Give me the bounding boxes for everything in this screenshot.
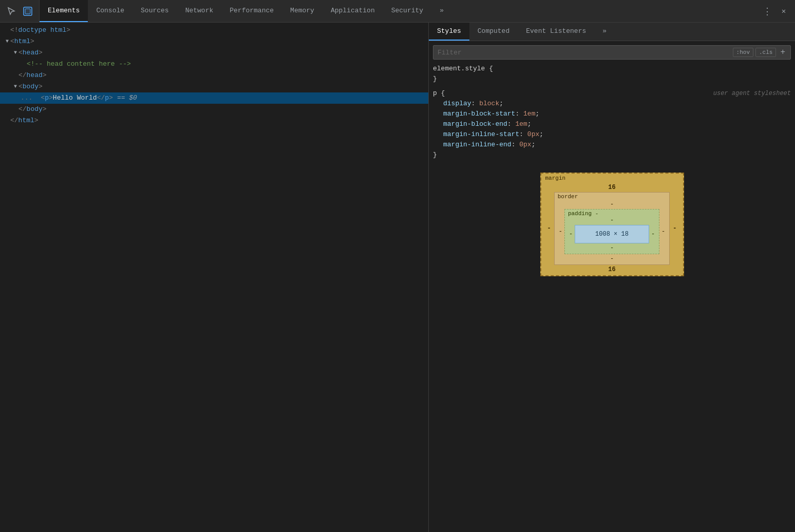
dom-line-html-open[interactable]: ▼ <html> xyxy=(0,36,428,47)
box-model-content: 1008 × 18 xyxy=(575,225,649,243)
main-tabs: Elements Console Sources Network Perform… xyxy=(40,0,756,22)
box-model: margin 16 - border - xyxy=(540,173,684,291)
tab-event-listeners[interactable]: Event Listeners xyxy=(518,23,594,41)
triangle-spacer-p xyxy=(34,93,41,103)
css-prop-margin-inline-end[interactable]: margin-inline-end: 0px; xyxy=(433,140,791,150)
svg-rect-1 xyxy=(25,9,30,14)
devtools-toolbar: Elements Console Sources Network Perform… xyxy=(0,0,795,23)
margin-top-value: 16 xyxy=(544,184,680,191)
border-bottom-value: - xyxy=(557,255,668,262)
triangle-spacer xyxy=(4,25,10,35)
inspect-icon[interactable] xyxy=(21,4,35,18)
tab-right-more[interactable]: » xyxy=(594,23,615,41)
add-style-button[interactable]: + xyxy=(778,48,787,57)
box-model-margin: margin 16 - border - xyxy=(540,173,684,276)
css-prop-margin-block-end[interactable]: margin-block-end: 1em; xyxy=(433,119,791,129)
triangle-body: ▼ xyxy=(12,82,18,92)
css-rule-p: p { user agent stylesheet display: block… xyxy=(433,88,791,160)
padding-bottom-value: - xyxy=(567,244,657,252)
css-selector-element: element.style { xyxy=(433,64,791,74)
content-dimensions: 1008 × 18 xyxy=(595,231,629,238)
dom-line-head-close[interactable]: </head> xyxy=(0,70,428,81)
tab-sources[interactable]: Sources xyxy=(132,0,177,22)
tab-elements[interactable]: Elements xyxy=(40,0,88,22)
hov-button[interactable]: :hov xyxy=(733,48,753,57)
right-panel: Styles Computed Event Listeners » :hov .… xyxy=(429,23,795,532)
margin-label: margin xyxy=(545,175,566,181)
tab-console[interactable]: Console xyxy=(88,0,132,22)
padding-right-value: - xyxy=(649,231,657,238)
filter-input[interactable] xyxy=(433,49,733,56)
css-rule-element-style: element.style { } xyxy=(433,64,791,84)
dom-line-comment[interactable]: <!-- head content here --> xyxy=(0,59,428,70)
padding-sides: - 1008 × 18 - xyxy=(567,225,657,243)
css-prop-margin-inline-start[interactable]: margin-inline-start: 0px; xyxy=(433,129,791,140)
dom-line-p-selected[interactable]: ... <p>Hello World</p> == $0 xyxy=(0,92,428,104)
cursor-icon[interactable] xyxy=(4,4,18,18)
box-model-border: border - - padding - - xyxy=(554,192,670,265)
dom-line-html-close[interactable]: </html> xyxy=(0,115,428,126)
margin-left-value: - xyxy=(544,192,554,265)
border-top-value: - xyxy=(557,201,668,208)
css-rule-p-close: } xyxy=(433,150,791,160)
dom-line-body-open[interactable]: ▼ <body> xyxy=(0,81,428,92)
box-model-container: margin 16 - border - xyxy=(433,164,791,299)
border-right-value: - xyxy=(659,209,667,254)
css-prop-display[interactable]: display: block; xyxy=(433,99,791,109)
triangle-head: ▼ xyxy=(12,48,18,58)
tab-application[interactable]: Application xyxy=(323,0,383,22)
close-devtools-icon[interactable]: ✕ xyxy=(777,4,791,18)
margin-right-value: - xyxy=(670,192,679,265)
cls-button[interactable]: .cls xyxy=(755,48,776,57)
dom-panel: <!doctype html> ▼ <html> ▼ <head> <!-- h… xyxy=(0,23,429,532)
main-content: <!doctype html> ▼ <html> ▼ <head> <!-- h… xyxy=(0,23,795,532)
selected-dots: ... xyxy=(21,93,32,103)
triangle-spacer-comment xyxy=(21,59,27,69)
triangle-spacer-htmlclose xyxy=(4,116,10,126)
dom-line-body-close[interactable]: </body> xyxy=(0,104,428,115)
margin-bottom-value: 16 xyxy=(544,266,680,273)
tab-more[interactable]: » xyxy=(431,0,452,22)
right-tabs: Styles Computed Event Listeners » xyxy=(429,23,795,41)
border-label: border xyxy=(558,194,578,200)
filter-bar: :hov .cls + xyxy=(433,45,791,60)
dom-line-head-open[interactable]: ▼ <head> xyxy=(0,47,428,59)
triangle-spacer-bclose xyxy=(12,104,18,115)
css-rule-close-element: } xyxy=(433,74,791,84)
triangle-html: ▼ xyxy=(4,36,10,47)
more-options-icon[interactable]: ⋮ xyxy=(760,4,774,18)
border-sides: - padding - - - xyxy=(557,209,668,254)
tab-network[interactable]: Network xyxy=(177,0,222,22)
padding-top-value: - xyxy=(567,217,657,224)
filter-buttons: :hov .cls + xyxy=(733,48,790,57)
css-rule-p-header: p { user agent stylesheet xyxy=(433,88,791,99)
toolbar-icon-group xyxy=(0,0,40,22)
css-prop-margin-block-start[interactable]: margin-block-start: 1em; xyxy=(433,109,791,119)
tab-security[interactable]: Security xyxy=(383,0,431,22)
padding-left-value: - xyxy=(567,231,575,238)
tab-performance[interactable]: Performance xyxy=(221,0,282,22)
padding-label: padding - xyxy=(568,211,598,217)
box-model-padding: padding - - - 1008 × 18 xyxy=(564,209,659,254)
toolbar-right-controls: ⋮ ✕ xyxy=(756,0,795,22)
tab-styles[interactable]: Styles xyxy=(429,23,469,41)
border-left-value: - xyxy=(557,209,564,254)
tab-memory[interactable]: Memory xyxy=(282,0,323,22)
margin-sides: - border - - padding - xyxy=(544,192,680,265)
tab-computed[interactable]: Computed xyxy=(469,23,518,41)
styles-panel: :hov .cls + element.style { } p { user a… xyxy=(429,41,795,532)
dom-line-doctype[interactable]: <!doctype html> xyxy=(0,25,428,36)
triangle-spacer-hclose xyxy=(12,70,18,81)
